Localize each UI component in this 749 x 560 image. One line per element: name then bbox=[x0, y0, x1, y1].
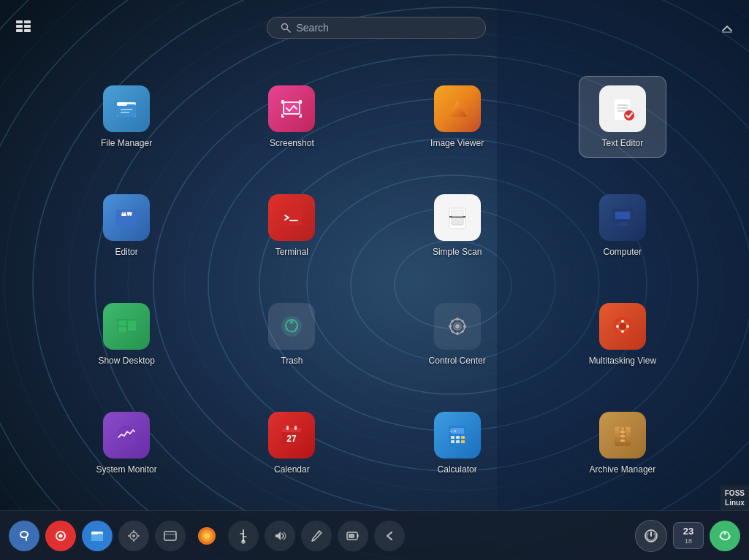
apps-grid: File Manager Screenshot bbox=[0, 55, 749, 505]
svg-line-128 bbox=[318, 532, 320, 534]
power-button[interactable] bbox=[635, 520, 667, 552]
svg-rect-25 bbox=[24, 25, 31, 28]
grid-view-icon[interactable] bbox=[15, 19, 32, 37]
app-computer[interactable]: Computer bbox=[579, 185, 666, 266]
svg-rect-70 bbox=[463, 326, 466, 328]
back-button[interactable] bbox=[374, 521, 405, 551]
svg-point-109 bbox=[59, 534, 63, 537]
image-viewer-icon bbox=[434, 85, 481, 132]
svg-rect-67 bbox=[456, 318, 458, 321]
svg-rect-62 bbox=[128, 321, 136, 331]
svg-rect-32 bbox=[117, 104, 136, 117]
screenshot-icon bbox=[268, 85, 315, 132]
search-icon bbox=[281, 23, 291, 33]
files-button[interactable] bbox=[82, 521, 113, 551]
app-text-editor[interactable]: Text Editor bbox=[579, 76, 666, 158]
svg-rect-89 bbox=[294, 426, 297, 430]
calendar-label: Calendar bbox=[274, 464, 310, 475]
simple-scan-label: Simple Scan bbox=[433, 247, 482, 257]
calendar-icon: 27 bbox=[268, 412, 315, 459]
minimize-button[interactable] bbox=[720, 20, 734, 35]
svg-rect-81 bbox=[621, 330, 624, 333]
app-multitasking[interactable]: Multitasking View bbox=[579, 294, 666, 375]
svg-rect-103 bbox=[620, 431, 625, 433]
pen-button[interactable] bbox=[301, 521, 332, 551]
archive-manager-icon bbox=[599, 412, 646, 459]
text-editor-icon bbox=[599, 85, 646, 132]
fedora-button[interactable] bbox=[9, 521, 39, 551]
show-desktop-label: Show Desktop bbox=[98, 356, 154, 366]
svg-rect-130 bbox=[349, 534, 354, 538]
search-input[interactable] bbox=[297, 22, 472, 34]
multitasking-icon bbox=[599, 303, 646, 350]
search-bar[interactable] bbox=[267, 17, 486, 39]
trash-label: Trash bbox=[281, 356, 303, 366]
svg-rect-131 bbox=[357, 534, 359, 537]
computer-icon bbox=[599, 194, 646, 241]
svg-rect-33 bbox=[117, 102, 127, 106]
svg-point-78 bbox=[619, 323, 626, 330]
computer-label: Computer bbox=[604, 247, 642, 257]
app-terminal[interactable]: Terminal bbox=[248, 185, 335, 266]
svg-rect-105 bbox=[620, 440, 625, 442]
svg-rect-69 bbox=[449, 326, 452, 328]
taskbar-right-group: 23 18 bbox=[635, 520, 740, 552]
text-editor-label: Text Editor bbox=[602, 138, 644, 148]
file-manager-icon bbox=[103, 85, 150, 132]
archive-manager-label: Archive Manager bbox=[590, 464, 656, 475]
recycle-button[interactable] bbox=[710, 521, 740, 551]
svg-text:❝❞: ❝❞ bbox=[121, 211, 132, 223]
svg-rect-48 bbox=[281, 210, 302, 226]
svg-rect-23 bbox=[24, 20, 31, 23]
volume-button[interactable] bbox=[265, 521, 295, 551]
app-control-center[interactable]: Control Center bbox=[414, 294, 501, 375]
svg-rect-96 bbox=[456, 440, 460, 443]
app-screenshot[interactable]: Screenshot bbox=[248, 77, 335, 157]
svg-rect-104 bbox=[620, 435, 625, 437]
app-image-viewer[interactable]: Image Viewer bbox=[414, 77, 501, 157]
svg-text:27: 27 bbox=[287, 434, 297, 444]
battery-button[interactable] bbox=[338, 521, 368, 551]
window-button[interactable] bbox=[155, 521, 186, 551]
usb-button[interactable] bbox=[228, 521, 259, 551]
svg-rect-68 bbox=[456, 332, 458, 335]
record-button[interactable] bbox=[45, 521, 76, 551]
simple-scan-icon bbox=[434, 194, 481, 241]
app-show-desktop[interactable]: Show Desktop bbox=[83, 294, 170, 375]
terminal-label: Terminal bbox=[275, 247, 308, 257]
app-calculator[interactable]: ÷ × Calculator bbox=[414, 403, 501, 483]
app-trash[interactable]: Trash bbox=[248, 294, 335, 375]
terminal-icon bbox=[268, 194, 315, 241]
svg-point-123 bbox=[204, 533, 210, 539]
settings-button[interactable] bbox=[118, 521, 149, 551]
svg-point-28 bbox=[281, 23, 287, 29]
svg-rect-82 bbox=[616, 325, 619, 328]
svg-point-114 bbox=[132, 534, 135, 537]
linux-text: Linux bbox=[725, 498, 745, 507]
svg-rect-97 bbox=[461, 440, 465, 443]
app-file-manager[interactable]: File Manager bbox=[83, 77, 170, 157]
svg-rect-26 bbox=[16, 29, 23, 32]
app-simple-scan[interactable]: Simple Scan bbox=[414, 185, 501, 266]
control-center-label: Control Center bbox=[429, 356, 486, 366]
svg-rect-115 bbox=[133, 530, 134, 532]
svg-rect-116 bbox=[133, 540, 134, 542]
app-system-monitor[interactable]: System Monitor bbox=[83, 403, 170, 483]
taskbar-clock[interactable]: 23 18 bbox=[673, 522, 704, 548]
svg-rect-88 bbox=[286, 426, 289, 430]
app-archive-manager[interactable]: Archive Manager bbox=[579, 403, 666, 483]
image-viewer-label: Image Viewer bbox=[430, 138, 484, 148]
svg-rect-63 bbox=[118, 327, 126, 332]
svg-rect-24 bbox=[16, 25, 23, 28]
svg-rect-112 bbox=[91, 532, 98, 534]
svg-rect-53 bbox=[452, 210, 463, 217]
multitasking-label: Multitasking View bbox=[589, 356, 656, 366]
globe-button[interactable] bbox=[191, 521, 222, 551]
app-calendar[interactable]: 27 Calendar bbox=[248, 403, 335, 483]
app-editor[interactable]: ❝❞ Editor bbox=[83, 185, 170, 266]
editor-icon: ❝❞ bbox=[103, 194, 150, 241]
svg-rect-59 bbox=[617, 224, 628, 226]
system-monitor-icon bbox=[103, 412, 150, 459]
svg-rect-80 bbox=[626, 325, 629, 328]
svg-rect-117 bbox=[128, 535, 130, 537]
